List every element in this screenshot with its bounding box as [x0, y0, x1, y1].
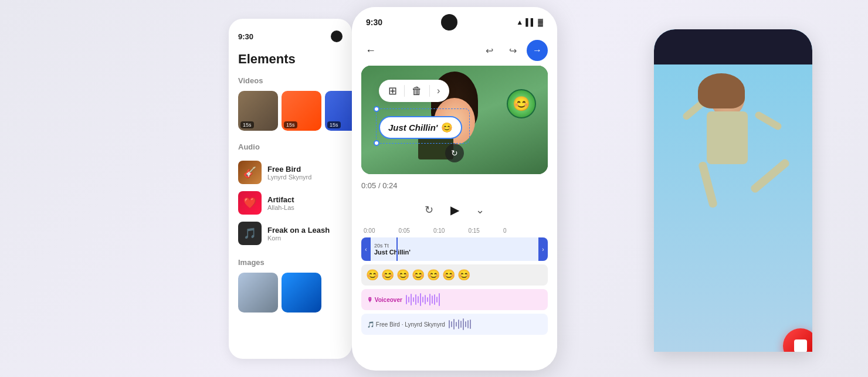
audio-icon-2: ❤️ — [238, 191, 262, 215]
track-right-handle[interactable]: › — [538, 237, 548, 261]
more-icon[interactable]: › — [437, 86, 440, 96]
handle-top-left[interactable] — [374, 106, 379, 112]
audio-name-2: Artifact — [267, 195, 343, 204]
audio-item-3[interactable]: 🎵 Freak on a Leash Korn — [238, 218, 343, 249]
audio-name-1: Free Bird — [267, 165, 343, 174]
audio-section-label: Audio — [238, 142, 343, 151]
image-thumb-1[interactable] — [238, 273, 278, 313]
ruler-5: 0:05 — [398, 227, 409, 234]
audio-item-2[interactable]: ❤️ Artifact Allah-Las — [238, 188, 343, 218]
track-badge: 20s Tt — [374, 243, 544, 249]
audio-item-1[interactable]: 🎸 Free Bird Lynyrd Skynyrd — [238, 157, 343, 188]
ruler-0: 0:00 — [364, 227, 375, 234]
sticker-track-emoji-1: 😊 — [366, 269, 379, 281]
audio-info-1: Free Bird Lynyrd Skynyrd — [267, 165, 343, 181]
delete-icon[interactable]: 🗑 — [412, 85, 422, 97]
timeline-wrapper: 0:00 0:05 0:10 0:15 0 ‹ 20s Tt Just Chil… — [361, 227, 548, 335]
time-display: 0:05 / 0:24 — [361, 181, 397, 190]
back-button[interactable]: ← — [361, 41, 380, 60]
sticker-track-emoji-2: 😊 — [381, 269, 394, 281]
undo-button[interactable]: ↩ — [480, 41, 499, 60]
phone-camera — [441, 14, 457, 30]
status-bar-left: 9:30 — [238, 30, 343, 42]
camera-dot-left — [331, 30, 343, 42]
record-button[interactable] — [783, 328, 812, 352]
panel-title: Elements — [238, 52, 343, 67]
sticker-smile: 😊 — [441, 122, 453, 133]
dancer-background — [654, 64, 812, 352]
header-actions: ↩ ↪ → — [480, 40, 548, 61]
phone-header: ← ↩ ↪ → — [352, 35, 557, 66]
right-phone — [654, 29, 812, 352]
ruler-20: 0 — [503, 227, 507, 234]
sticker-track-emoji-7: 😊 — [457, 269, 470, 281]
sticker-track-emoji-6: 😊 — [442, 269, 455, 281]
audio-icon-3: 🎵 — [238, 222, 262, 245]
add-icon[interactable]: ⊞ — [388, 84, 397, 97]
text-track[interactable]: ‹ 20s Tt Just Chillin' › — [361, 237, 548, 261]
audio-artist-1: Lynyrd Skynyrd — [267, 174, 343, 181]
timeline-area: 0:05 / 0:24 ↻ ▶ ⌄ 0:00 0:05 0:10 0:15 0 … — [352, 181, 557, 335]
video-thumb-3[interactable]: 15s — [325, 91, 352, 131]
share-button[interactable]: → — [527, 40, 548, 61]
elements-panel: 9:30 Elements Videos 15s 15s 15s Audio 🎸… — [229, 19, 352, 359]
sticker-track[interactable]: 😊 😊 😊 😊 😊 😊 😊 — [361, 264, 548, 286]
phone-time: 9:30 — [366, 18, 382, 27]
audio-artist-2: Allah-Las — [267, 204, 343, 211]
more-button[interactable]: ⌄ — [476, 203, 484, 216]
text-sticker[interactable]: Just Chillin' 😊 — [379, 116, 462, 139]
video-thumb-2[interactable]: 15s — [282, 91, 321, 131]
battery-icon: ▓ — [538, 18, 543, 26]
track-left-handle[interactable]: ‹ — [361, 237, 371, 261]
record-inner — [794, 339, 807, 352]
audio-info-2: Artifact Allah-Las — [267, 195, 343, 211]
music-waveform — [449, 318, 471, 330]
dancer-figure — [674, 70, 792, 317]
text-sticker-label: Just Chillin' — [388, 123, 438, 133]
preview-background: ⊞ 🗑 › 😊 Just Chillin' 😊 ↻ — [361, 66, 548, 174]
music-track[interactable]: 🎵 Free Bird · Lynyrd Skynyrd — [361, 314, 548, 335]
toolbar-popup: ⊞ 🗑 › — [379, 80, 449, 102]
sticker-track-emoji-3: 😊 — [396, 269, 409, 281]
image-thumb-2[interactable] — [282, 273, 321, 313]
audio-name-3: Freak on a Leash — [267, 226, 343, 235]
refresh-button[interactable]: ↻ — [445, 144, 464, 162]
right-phone-header — [654, 29, 812, 64]
wifi-icon: ▲ — [516, 18, 523, 26]
audio-icon-1: 🎸 — [238, 161, 262, 184]
voiceover-label: 🎙 Voiceover — [367, 297, 402, 303]
status-time-left: 9:30 — [238, 32, 253, 41]
loop-button[interactable]: ↻ — [425, 203, 433, 216]
sticker-track-emoji-4: 😊 — [412, 269, 425, 281]
videos-row: 15s 15s 15s — [238, 91, 343, 131]
ruler-15: 0:15 — [468, 227, 479, 234]
audio-section: Audio 🎸 Free Bird Lynyrd Skynyrd ❤️ Arti… — [238, 142, 343, 249]
video-thumb-1[interactable]: 15s — [238, 91, 278, 131]
redo-button[interactable]: ↪ — [503, 41, 522, 60]
playback-controls: ↻ ▶ ⌄ — [361, 198, 548, 222]
music-track-label: 🎵 Free Bird · Lynyrd Skynyrd — [367, 321, 445, 328]
phone-status-icons: ▲ ▌▌ ▓ — [516, 18, 543, 26]
timeline-ruler: 0:00 0:05 0:10 0:15 0 — [361, 227, 548, 234]
audio-artist-3: Korn — [267, 235, 343, 242]
handle-bottom-left[interactable] — [374, 140, 379, 146]
sticker-emoji[interactable]: 😊 — [507, 89, 536, 118]
videos-section-label: Videos — [238, 76, 343, 85]
images-row — [238, 273, 343, 313]
images-section: Images — [238, 258, 343, 313]
timeline-playhead — [396, 237, 398, 261]
voiceover-track[interactable]: 🎙 Voiceover — [361, 289, 548, 310]
video-duration-2: 15s — [284, 121, 297, 128]
audio-info-3: Freak on a Leash Korn — [267, 226, 343, 242]
images-section-label: Images — [238, 258, 343, 267]
signal-icon: ▌▌ — [525, 18, 535, 26]
voiceover-waveform — [406, 293, 440, 306]
video-duration-3: 15s — [327, 121, 341, 128]
track-content: Just Chillin' — [374, 249, 544, 256]
play-button[interactable]: ▶ — [443, 198, 466, 222]
toolbar-divider — [404, 85, 405, 97]
toolbar-divider-2 — [429, 85, 430, 97]
phone-status-bar: 9:30 ▲ ▌▌ ▓ — [352, 7, 557, 35]
sticker-track-emoji-5: 😊 — [427, 269, 440, 281]
ruler-10: 0:10 — [433, 227, 445, 234]
